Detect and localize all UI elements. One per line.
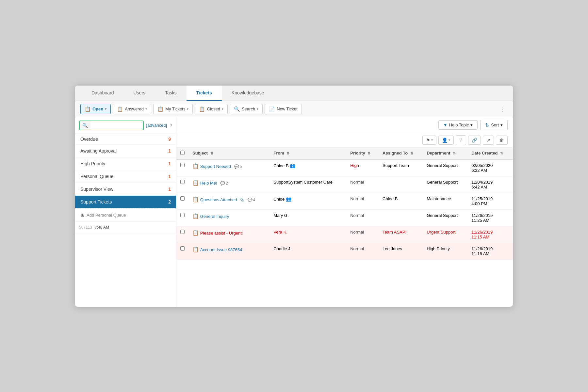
subject-sort-icon: ⇅ (210, 151, 213, 155)
answered-caret-icon: ▾ (145, 107, 147, 111)
delete-button[interactable]: 🗑 (496, 136, 508, 145)
merge-icon: ⑂ (459, 137, 463, 143)
date-sort-icon: ⇅ (500, 151, 503, 155)
add-queue-icon: ⊕ (80, 212, 85, 218)
row3-subject-link[interactable]: Questions Attached (200, 197, 237, 202)
row5-subject-link[interactable]: Please assist - Urgent! (200, 231, 243, 236)
sort-button[interactable]: ⇅ Sort ▾ (480, 120, 508, 130)
sort-caret-icon: ▾ (500, 122, 503, 127)
sidebar-item-awaiting[interactable]: Awaiting Approval 1 (75, 145, 176, 157)
row1-msg-count: 💬 5 (234, 164, 242, 169)
answered-button[interactable]: 📋 Answered ▾ (113, 104, 151, 114)
advanced-link[interactable]: [advanced] (146, 123, 167, 128)
row4-subject-link[interactable]: General Inquiry (200, 214, 229, 219)
supervisorview-label: Supervisor View (80, 187, 113, 192)
row3-msg-count: 💬 4 (248, 198, 255, 202)
priority-sort-icon: ⇅ (368, 151, 370, 155)
select-all-checkbox[interactable] (180, 151, 185, 155)
sidebar: 🔍 [advanced] ? Overdue 9 Awaiting Approv… (75, 117, 176, 307)
table-row: 📋 Help Me! 💬 2 SupportSystem Customer Ca… (176, 176, 513, 193)
row1-date-cell: 02/05/2020 6:32 AM (467, 159, 513, 176)
tab-dashboard[interactable]: Dashboard (82, 86, 124, 101)
col-from: From ⇅ (270, 147, 346, 159)
tab-knowledgebase[interactable]: Knowledgebase (222, 86, 274, 101)
assign-button[interactable]: 👤 ▾ (438, 136, 454, 145)
mytickets-icon: 📋 (157, 106, 164, 112)
row3-date-cell: 11/25/2019 4:00 PM (467, 193, 513, 209)
highpriority-label: High Priority (80, 161, 105, 166)
row1-subject-link[interactable]: Support Needed (200, 164, 231, 169)
row1-checkbox-cell (176, 159, 188, 176)
row4-priority: Normal (350, 213, 364, 218)
closed-button[interactable]: 📋 Closed ▾ (195, 104, 227, 114)
row6-subject-link[interactable]: Account Issue 987654 (200, 247, 242, 252)
row3-dept-cell: Maintenance (423, 193, 467, 209)
row2-date-cell: 12/04/2019 6:42 AM (467, 176, 513, 193)
sidebar-item-overdue[interactable]: Overdue 9 (75, 134, 176, 145)
merge-button[interactable]: ⑂ (456, 135, 466, 145)
row2-priority-cell: Normal (346, 176, 379, 193)
more-options-button[interactable]: ⋮ (497, 104, 508, 114)
row2-checkbox[interactable] (180, 180, 185, 184)
row5-subject-cell: 📋 Please assist - Urgent! (188, 226, 270, 243)
row2-chat-icon: 💬 (220, 181, 225, 186)
row6-assigned-cell: Lee Jones (379, 243, 423, 259)
row1-chat-icon: 💬 (234, 164, 239, 169)
add-queue-label: Add Personal Queue (87, 213, 126, 218)
sidebar-search-button[interactable]: 🔍 (80, 121, 90, 130)
help-icon[interactable]: ? (170, 123, 172, 128)
overdue-label: Overdue (80, 137, 98, 142)
link-button[interactable]: 🔗 (468, 136, 481, 145)
sidebar-item-supervisorview[interactable]: Supervisor View 1 (75, 183, 176, 196)
sidebar-item-personalqueue[interactable]: Personal Queue 1 (75, 170, 176, 183)
personalqueue-label: Personal Queue (80, 174, 113, 179)
col-subject: Subject ⇅ (188, 147, 270, 159)
help-topic-label: Help Topic (449, 122, 469, 127)
sidebar-item-supporttickets[interactable]: Support Tickets 2 (75, 196, 176, 208)
supporttickets-count: 2 (168, 199, 171, 204)
tab-tasks[interactable]: Tasks (155, 86, 187, 101)
row5-checkbox[interactable] (180, 230, 185, 234)
col-date-created: Date Created ⇅ (467, 147, 513, 159)
share-button[interactable]: ↗ (483, 136, 494, 145)
row1-checkbox[interactable] (180, 163, 185, 167)
closed-caret-icon: ▾ (222, 107, 223, 111)
help-topic-filter-button[interactable]: ▼ Help Topic ▾ (438, 120, 478, 130)
ticket-date-567113: 7:48 AM (95, 225, 109, 230)
tab-users[interactable]: Users (124, 86, 155, 101)
sort-icon: ⇅ (485, 122, 489, 128)
row3-priority-cell: Normal (346, 193, 379, 209)
row1-team-icon: 👥 (290, 163, 295, 168)
table-row: 📋 Questions Attached 📎 💬 4 Chloe (176, 193, 513, 209)
row3-priority: Normal (350, 196, 364, 201)
flag-icon: ⚑ (426, 138, 430, 143)
search-button[interactable]: 🔍 Search ▾ (230, 104, 263, 114)
row4-date-cell: 11/26/2019 11:25 AM (467, 209, 513, 226)
awaiting-label: Awaiting Approval (80, 148, 117, 154)
my-tickets-button[interactable]: 📋 My Tickets ▾ (153, 104, 193, 114)
new-ticket-button[interactable]: 📄 New Ticket (265, 104, 302, 114)
tab-tickets[interactable]: Tickets (187, 86, 222, 101)
open-button[interactable]: 📋 Open ▾ (80, 104, 111, 114)
col-assigned-to: Assigned To ⇅ (379, 147, 423, 159)
row6-checkbox-cell (176, 243, 188, 259)
table-row: 📋 Support Needed 💬 5 Chloe B 👥 (176, 159, 513, 176)
col-priority: Priority ⇅ (346, 147, 379, 159)
col-department: Department ⇅ (423, 147, 467, 159)
row3-from-cell: Chloe 👥 (270, 193, 346, 209)
row2-subject-link[interactable]: Help Me! (200, 181, 217, 186)
app-container: Dashboard Users Tasks Tickets Knowledgeb… (75, 86, 513, 307)
add-personal-queue[interactable]: ⊕ Add Personal Queue (75, 209, 176, 221)
row3-checkbox[interactable] (180, 196, 185, 201)
row4-subject-cell: 📋 General Inquiry (188, 209, 270, 226)
flag-button[interactable]: ⚑ ▾ (422, 136, 436, 145)
sidebar-item-highpriority[interactable]: High Priority 1 (75, 157, 176, 170)
row5-assigned-cell: Team ASAP! (379, 226, 423, 243)
row5-priority-cell: Normal (346, 226, 379, 243)
row2-assigned-cell (379, 176, 423, 193)
sidebar-search-input[interactable] (90, 121, 144, 129)
row4-checkbox[interactable] (180, 213, 185, 217)
row6-checkbox[interactable] (180, 246, 185, 251)
awaiting-count: 1 (168, 148, 171, 154)
supervisorview-count: 1 (168, 187, 171, 192)
